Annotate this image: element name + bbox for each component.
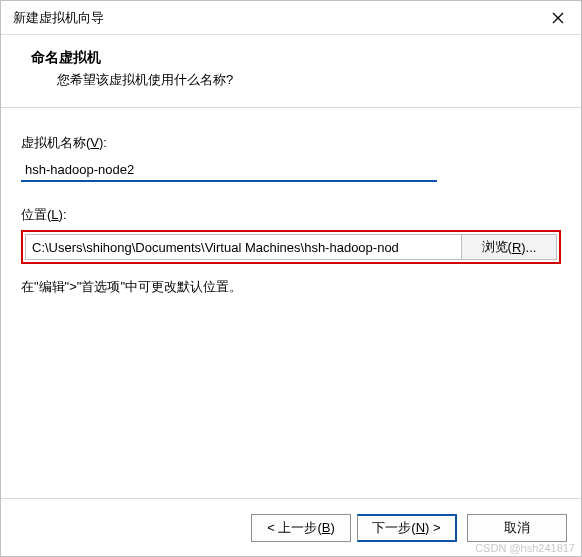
title-bar: 新建虚拟机向导 bbox=[1, 1, 581, 35]
browse-button[interactable]: 浏览(R)... bbox=[461, 234, 557, 260]
location-input[interactable] bbox=[25, 234, 461, 260]
close-button[interactable] bbox=[535, 1, 581, 35]
default-location-hint: 在"编辑">"首选项"中可更改默认位置。 bbox=[21, 278, 561, 296]
location-row-highlight: 浏览(R)... bbox=[21, 230, 561, 264]
vm-name-label: 虚拟机名称(V): bbox=[21, 134, 561, 152]
location-label: 位置(L): bbox=[21, 206, 561, 224]
cancel-button[interactable]: 取消 bbox=[467, 514, 567, 542]
window-title: 新建虚拟机向导 bbox=[13, 9, 535, 27]
wizard-header: 命名虚拟机 您希望该虚拟机使用什么名称? bbox=[1, 35, 581, 108]
nav-button-group: < 上一步(B) 下一步(N) > bbox=[251, 514, 457, 542]
wizard-footer: < 上一步(B) 下一步(N) > 取消 bbox=[1, 498, 581, 556]
page-title: 命名虚拟机 bbox=[11, 49, 571, 67]
location-group: 位置(L): 浏览(R)... bbox=[21, 206, 561, 264]
close-icon bbox=[552, 12, 564, 24]
page-subtitle: 您希望该虚拟机使用什么名称? bbox=[11, 71, 571, 89]
wizard-body: 虚拟机名称(V): 位置(L): 浏览(R)... 在"编辑">"首选项"中可更… bbox=[1, 108, 581, 498]
next-button[interactable]: 下一步(N) > bbox=[357, 514, 457, 542]
vm-name-input[interactable] bbox=[21, 158, 437, 182]
back-button[interactable]: < 上一步(B) bbox=[251, 514, 351, 542]
wizard-window: 新建虚拟机向导 命名虚拟机 您希望该虚拟机使用什么名称? 虚拟机名称(V): 位… bbox=[0, 0, 582, 557]
